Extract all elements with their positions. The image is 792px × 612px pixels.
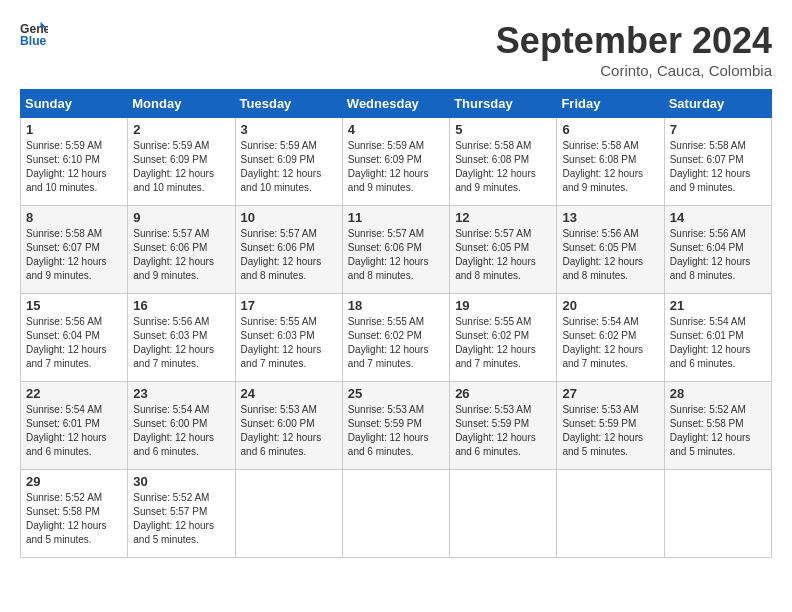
day-header-saturday: Saturday — [664, 90, 771, 118]
calendar-header-row: SundayMondayTuesdayWednesdayThursdayFrid… — [21, 90, 772, 118]
calendar-cell: 16Sunrise: 5:56 AMSunset: 6:03 PMDayligh… — [128, 294, 235, 382]
calendar-cell: 23Sunrise: 5:54 AMSunset: 6:00 PMDayligh… — [128, 382, 235, 470]
calendar-cell: 4Sunrise: 5:59 AMSunset: 6:09 PMDaylight… — [342, 118, 449, 206]
calendar-cell: 9Sunrise: 5:57 AMSunset: 6:06 PMDaylight… — [128, 206, 235, 294]
day-header-monday: Monday — [128, 90, 235, 118]
location-subtitle: Corinto, Cauca, Colombia — [496, 62, 772, 79]
calendar-week-4: 22Sunrise: 5:54 AMSunset: 6:01 PMDayligh… — [21, 382, 772, 470]
calendar-cell: 13Sunrise: 5:56 AMSunset: 6:05 PMDayligh… — [557, 206, 664, 294]
calendar-cell: 27Sunrise: 5:53 AMSunset: 5:59 PMDayligh… — [557, 382, 664, 470]
calendar-cell — [342, 470, 449, 558]
calendar-week-2: 8Sunrise: 5:58 AMSunset: 6:07 PMDaylight… — [21, 206, 772, 294]
calendar-body: 1Sunrise: 5:59 AMSunset: 6:10 PMDaylight… — [21, 118, 772, 558]
calendar-cell: 25Sunrise: 5:53 AMSunset: 5:59 PMDayligh… — [342, 382, 449, 470]
calendar-cell: 5Sunrise: 5:58 AMSunset: 6:08 PMDaylight… — [450, 118, 557, 206]
calendar-cell — [664, 470, 771, 558]
calendar-table: SundayMondayTuesdayWednesdayThursdayFrid… — [20, 89, 772, 558]
day-header-wednesday: Wednesday — [342, 90, 449, 118]
calendar-cell: 20Sunrise: 5:54 AMSunset: 6:02 PMDayligh… — [557, 294, 664, 382]
calendar-week-1: 1Sunrise: 5:59 AMSunset: 6:10 PMDaylight… — [21, 118, 772, 206]
calendar-cell: 18Sunrise: 5:55 AMSunset: 6:02 PMDayligh… — [342, 294, 449, 382]
calendar-cell: 7Sunrise: 5:58 AMSunset: 6:07 PMDaylight… — [664, 118, 771, 206]
calendar-cell — [557, 470, 664, 558]
logo: General Blue — [20, 20, 48, 48]
calendar-week-5: 29Sunrise: 5:52 AMSunset: 5:58 PMDayligh… — [21, 470, 772, 558]
calendar-cell: 12Sunrise: 5:57 AMSunset: 6:05 PMDayligh… — [450, 206, 557, 294]
calendar-cell: 15Sunrise: 5:56 AMSunset: 6:04 PMDayligh… — [21, 294, 128, 382]
calendar-cell: 2Sunrise: 5:59 AMSunset: 6:09 PMDaylight… — [128, 118, 235, 206]
calendar-cell: 21Sunrise: 5:54 AMSunset: 6:01 PMDayligh… — [664, 294, 771, 382]
day-header-thursday: Thursday — [450, 90, 557, 118]
svg-text:Blue: Blue — [20, 34, 47, 48]
calendar-cell: 30Sunrise: 5:52 AMSunset: 5:57 PMDayligh… — [128, 470, 235, 558]
calendar-week-3: 15Sunrise: 5:56 AMSunset: 6:04 PMDayligh… — [21, 294, 772, 382]
page-header: General Blue September 2024 Corinto, Cau… — [20, 20, 772, 79]
calendar-cell: 29Sunrise: 5:52 AMSunset: 5:58 PMDayligh… — [21, 470, 128, 558]
day-header-tuesday: Tuesday — [235, 90, 342, 118]
day-header-sunday: Sunday — [21, 90, 128, 118]
title-block: September 2024 Corinto, Cauca, Colombia — [496, 20, 772, 79]
calendar-cell: 26Sunrise: 5:53 AMSunset: 5:59 PMDayligh… — [450, 382, 557, 470]
calendar-cell: 24Sunrise: 5:53 AMSunset: 6:00 PMDayligh… — [235, 382, 342, 470]
calendar-cell: 6Sunrise: 5:58 AMSunset: 6:08 PMDaylight… — [557, 118, 664, 206]
logo-icon: General Blue — [20, 20, 48, 48]
calendar-cell: 3Sunrise: 5:59 AMSunset: 6:09 PMDaylight… — [235, 118, 342, 206]
calendar-cell — [450, 470, 557, 558]
calendar-cell: 17Sunrise: 5:55 AMSunset: 6:03 PMDayligh… — [235, 294, 342, 382]
calendar-cell: 28Sunrise: 5:52 AMSunset: 5:58 PMDayligh… — [664, 382, 771, 470]
day-header-friday: Friday — [557, 90, 664, 118]
calendar-cell: 22Sunrise: 5:54 AMSunset: 6:01 PMDayligh… — [21, 382, 128, 470]
calendar-cell: 10Sunrise: 5:57 AMSunset: 6:06 PMDayligh… — [235, 206, 342, 294]
calendar-cell: 1Sunrise: 5:59 AMSunset: 6:10 PMDaylight… — [21, 118, 128, 206]
calendar-cell: 19Sunrise: 5:55 AMSunset: 6:02 PMDayligh… — [450, 294, 557, 382]
month-title: September 2024 — [496, 20, 772, 62]
calendar-cell: 14Sunrise: 5:56 AMSunset: 6:04 PMDayligh… — [664, 206, 771, 294]
calendar-cell: 11Sunrise: 5:57 AMSunset: 6:06 PMDayligh… — [342, 206, 449, 294]
calendar-cell — [235, 470, 342, 558]
calendar-cell: 8Sunrise: 5:58 AMSunset: 6:07 PMDaylight… — [21, 206, 128, 294]
